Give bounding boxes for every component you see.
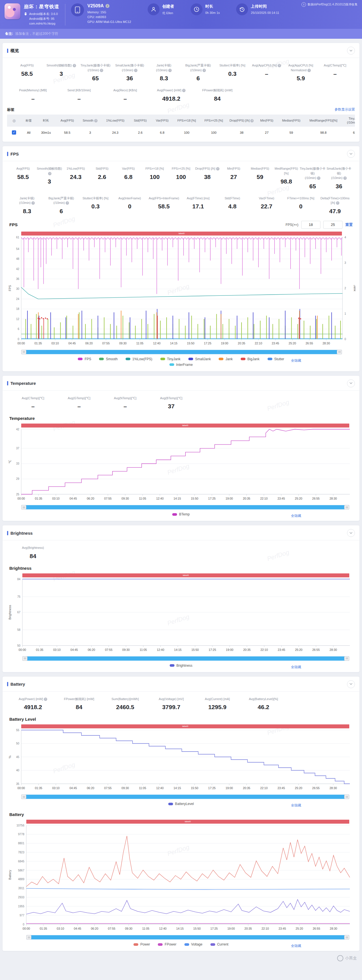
help-icon[interactable]: ?	[308, 69, 311, 72]
svg-text:19:00: 19:00	[221, 342, 228, 345]
metric: Avg(NTemp)[℃]–	[102, 396, 148, 410]
param-settings-link[interactable]: 参数显示设置	[335, 107, 355, 112]
chart-legend: BatteryLevel全隐藏	[7, 802, 355, 806]
help-icon[interactable]: ?	[343, 177, 347, 180]
collapse-overview-button[interactable]	[347, 47, 355, 54]
help-icon[interactable]: ?	[336, 201, 340, 205]
legend-item[interactable]: FPS	[78, 357, 91, 361]
help-icon[interactable]: ?	[317, 177, 321, 180]
collapse-temperature-button[interactable]	[347, 379, 355, 387]
help-icon[interactable]: ?	[203, 69, 206, 72]
help-icon[interactable]: ?	[182, 89, 185, 92]
legend-swatch	[78, 358, 83, 360]
hide-all-link[interactable]: 全隐藏	[291, 514, 301, 518]
scrollbar-handle-right[interactable]	[344, 505, 349, 509]
scrollbar-handle-right[interactable]	[344, 935, 349, 940]
svg-text:11:05: 11:05	[142, 927, 150, 930]
svg-text:15:50: 15:50	[193, 927, 201, 930]
svg-text:11:05: 11:05	[136, 342, 144, 345]
collapse-fps-button[interactable]	[347, 150, 355, 158]
legend-item[interactable]: FPower	[158, 942, 176, 947]
legend-item[interactable]: Current	[211, 942, 228, 947]
help-icon[interactable]: ?	[94, 119, 97, 123]
collapse-brightness-button[interactable]	[347, 529, 355, 537]
labels-table-wrap[interactable]: ◎标签时长Avg(FPS)Smooth?1%Low(FPS)Std(FPS)Va…	[7, 115, 355, 138]
row-checkbox[interactable]: ✓	[12, 130, 16, 135]
scrollbar-handle-left[interactable]	[26, 935, 31, 940]
help-icon[interactable]: ?	[168, 69, 172, 72]
help-icon[interactable]: ?	[278, 64, 281, 67]
legend-item[interactable]: Smooth	[99, 357, 117, 361]
chart-scrollbar[interactable]	[22, 656, 349, 661]
svg-text:977: 977	[19, 914, 24, 917]
device-info-icon[interactable]: i	[105, 4, 110, 8]
svg-text:FPS: FPS	[8, 285, 11, 291]
perfdog-report-page: 崩坏：星穹铁道 Android版本名: 3.6.0 Android版本号: 95…	[0, 0, 362, 963]
table-column-header: Std(FPS)	[129, 115, 151, 127]
metric-value: 0.3	[78, 203, 113, 210]
svg-text:Brightness: Brightness	[8, 605, 11, 619]
help-icon[interactable]: ?	[73, 64, 76, 67]
scrollbar-handle-left[interactable]	[21, 505, 26, 509]
legend-item[interactable]: BatteryLevel	[168, 802, 194, 806]
legend-item[interactable]: InterFrame	[169, 363, 193, 367]
hide-all-link[interactable]: 全隐藏	[291, 943, 301, 948]
scrollbar-handle-left[interactable]	[22, 656, 27, 661]
legend-swatch	[172, 513, 177, 516]
legend-item[interactable]: BTemp	[172, 512, 190, 516]
user-icon	[148, 3, 159, 15]
metric-value: 2460.5	[102, 704, 148, 711]
svg-text:06:20: 06:20	[88, 648, 95, 651]
legend-item[interactable]: Jank	[218, 357, 233, 361]
chart-scrollbar[interactable]	[26, 935, 349, 940]
help-icon[interactable]: ?	[134, 69, 137, 72]
help-icon[interactable]: ?	[48, 172, 51, 175]
metric-value: 8.3	[10, 208, 44, 215]
scrollbar-handle-left[interactable]	[21, 794, 26, 799]
reset-link[interactable]: 重置	[345, 222, 352, 228]
hide-all-link[interactable]: 全隐藏	[291, 665, 301, 670]
scrollbar-handle-left[interactable]	[21, 350, 26, 354]
section-accent	[7, 152, 8, 156]
help-icon[interactable]: ?	[44, 698, 47, 701]
metric: Peak(Memory) [MB]–	[10, 88, 56, 102]
chart-scrollbar[interactable]	[21, 350, 342, 354]
table-column-header: FPS>=18 [%]	[173, 115, 200, 127]
chart-scrollbar[interactable]	[21, 794, 349, 799]
svg-text:2933: 2933	[18, 896, 25, 899]
legend-item[interactable]: Power	[134, 942, 150, 947]
scrollbar-handle-right[interactable]	[337, 350, 342, 354]
help-icon[interactable]: ?	[31, 201, 35, 205]
fps-threshold-input-2[interactable]	[323, 221, 343, 229]
collapse-battery-button[interactable]	[347, 680, 355, 688]
hide-all-link[interactable]: 全隐藏	[291, 358, 301, 363]
device-block: V2509Ai Memory: 15G CPU: mt6993 GPU: ARM…	[71, 3, 131, 24]
metric-value: 36	[113, 75, 147, 82]
fps-threshold-input-1[interactable]	[301, 221, 321, 229]
scrollbar-handle-right[interactable]	[344, 656, 349, 661]
legend-item[interactable]: SmallJank	[188, 357, 211, 361]
help-icon[interactable]: ?	[216, 167, 220, 170]
metric-value: –	[10, 403, 56, 410]
legend-item[interactable]: 1%Low(FPS)	[126, 357, 152, 361]
svg-text:01:35: 01:35	[35, 342, 42, 345]
help-icon[interactable]: ?	[65, 201, 69, 205]
legend-item[interactable]: Brightness	[170, 663, 193, 668]
fps-threshold-controls: FPS(>=) 重置	[285, 221, 352, 229]
labels-table: ◎标签时长Avg(FPS)Smooth?1%Low(FPS)Std(FPS)Va…	[7, 115, 355, 138]
note-bar[interactable]: 备注:添加备注，不超过200个字符	[0, 29, 362, 39]
scrollbar-handle-right[interactable]	[344, 794, 349, 799]
help-icon[interactable]: ?	[100, 69, 103, 72]
svg-text:20:35: 20:35	[243, 786, 250, 790]
metric-value: –	[318, 70, 352, 77]
chart-scrollbar[interactable]	[21, 505, 349, 509]
battery-metrics: Avg(Power) [mW]?4918.2FPower(帧能耗) [mW]84…	[3, 692, 359, 712]
legend-item[interactable]: Voltage	[184, 942, 203, 947]
legend-item[interactable]: TinyJank	[160, 357, 181, 361]
help-icon[interactable]: ?	[250, 119, 254, 123]
metric-value: 58.5	[10, 70, 44, 77]
svg-text:33: 33	[16, 462, 19, 465]
svg-text:25:20: 25:20	[295, 497, 302, 500]
legend-item[interactable]: Stutter	[268, 357, 284, 361]
legend-item[interactable]: BigJank	[241, 357, 260, 361]
